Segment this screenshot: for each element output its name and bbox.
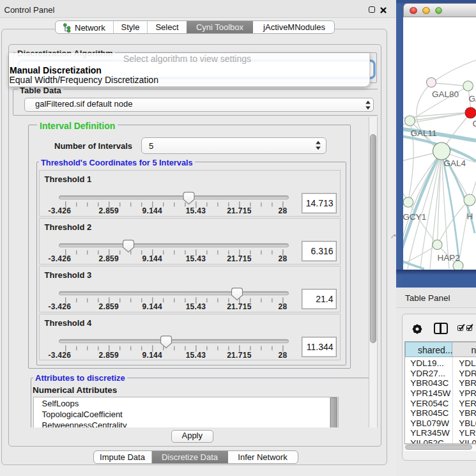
svg-text:HAP2: HAP2 xyxy=(438,253,460,263)
svg-text:GA: GA xyxy=(469,94,476,104)
svg-text:H: H xyxy=(467,211,473,221)
svg-text:GAL4: GAL4 xyxy=(444,158,466,168)
svg-text:C: C xyxy=(473,119,476,128)
svg-text:GAL80: GAL80 xyxy=(432,89,459,99)
svg-text:GAL11: GAL11 xyxy=(411,128,437,138)
svg-text:GCY1: GCY1 xyxy=(403,212,426,222)
